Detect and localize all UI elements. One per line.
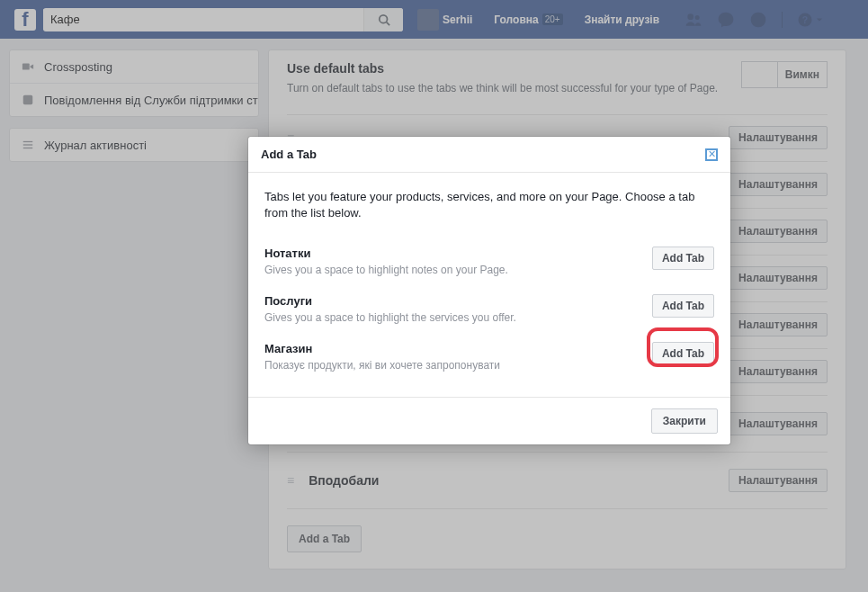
modal-option-notes: Нотатки Gives you a space to highlight n… [264,247,714,276]
modal-title: Add a Tab [261,148,317,161]
close-icon[interactable]: ✕ [705,148,718,161]
option-title: Магазин [264,342,641,355]
option-desc: Gives you a space to highlight notes on … [264,264,641,276]
option-desc: Показує продукти, які ви хочете запропон… [264,359,641,372]
modal-footer: Закрити [248,397,730,444]
option-title: Нотатки [264,247,641,260]
add-tab-modal: Add a Tab ✕ Tabs let you feature your pr… [248,137,730,444]
add-tab-shop-button[interactable]: Add Tab [652,342,714,365]
modal-close-button[interactable]: Закрити [651,408,718,434]
modal-option-shop: Магазин Показує продукти, які ви хочете … [264,342,714,372]
option-desc: Gives you a space to highlight the servi… [264,311,641,324]
add-tab-notes-button[interactable]: Add Tab [652,247,714,270]
modal-header: Add a Tab ✕ [248,137,730,173]
modal-body: Tabs let you feature your products, serv… [248,173,730,397]
modal-option-services: Послуги Gives you a space to highlight t… [264,294,714,324]
modal-intro: Tabs let you feature your products, serv… [264,189,714,221]
add-tab-services-button[interactable]: Add Tab [652,294,714,318]
option-title: Послуги [264,294,641,308]
